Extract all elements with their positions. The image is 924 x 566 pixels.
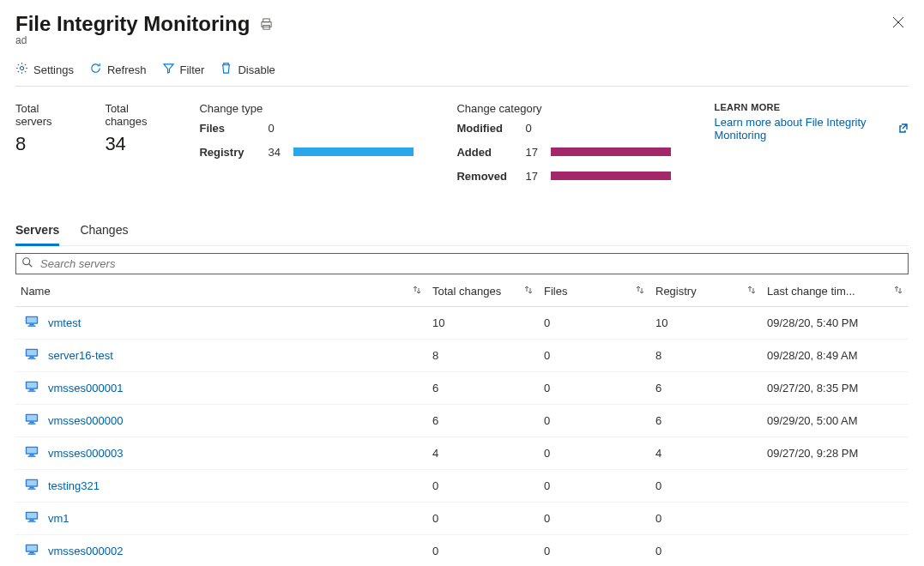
search-box[interactable] — [15, 253, 909, 274]
gear-icon — [15, 62, 28, 77]
svg-rect-10 — [29, 324, 33, 326]
cell-time — [762, 470, 909, 503]
refresh-label: Refresh — [107, 63, 147, 76]
table-row[interactable]: testing321000 — [15, 470, 909, 503]
server-name-link[interactable]: vmtest — [48, 316, 81, 329]
svg-point-5 — [20, 66, 23, 69]
sort-icon — [523, 285, 534, 298]
page-title: File Integrity Monitoring — [15, 12, 273, 36]
table-row[interactable]: vmsses00000160609/27/20, 8:35 PM — [15, 372, 909, 405]
metric-value: 0 — [525, 122, 551, 135]
col-header-registry[interactable]: Registry — [650, 276, 762, 307]
table-row[interactable]: vmsses00000340409/27/20, 9:28 PM — [15, 437, 909, 470]
svg-rect-14 — [29, 357, 33, 358]
cell-total: 6 — [427, 405, 539, 437]
cell-time: 09/28/20, 8:49 AM — [762, 340, 909, 372]
svg-rect-22 — [29, 422, 33, 424]
svg-rect-31 — [28, 489, 36, 490]
col-header-time[interactable]: Last change tim... — [762, 276, 909, 307]
tab-servers[interactable]: Servers — [15, 218, 59, 246]
metric-row: Removed17 — [456, 168, 679, 184]
cell-total: 0 — [427, 535, 539, 567]
change-category-block: Change category Modified0Added17Removed1… — [456, 102, 679, 192]
vm-icon — [24, 444, 39, 462]
metric-value: 0 — [268, 122, 293, 135]
cell-files: 0 — [539, 470, 650, 503]
stat-label: Total changes — [105, 102, 165, 128]
cell-files: 0 — [539, 307, 650, 340]
metric-row: Added17 — [456, 144, 679, 160]
disable-button[interactable]: Disable — [220, 62, 275, 77]
tab-changes[interactable]: Changes — [80, 218, 128, 245]
metric-bar — [551, 123, 671, 132]
learn-more-header: LEARN MORE — [714, 102, 909, 112]
cell-registry: 4 — [650, 437, 762, 470]
server-name-link[interactable]: server16-test — [48, 349, 113, 362]
svg-rect-17 — [27, 382, 37, 388]
sort-icon — [893, 285, 903, 298]
cell-registry: 0 — [650, 470, 762, 503]
svg-rect-33 — [27, 513, 37, 518]
svg-rect-21 — [27, 415, 37, 420]
metric-name: Files — [199, 122, 268, 135]
col-header-name[interactable]: Name — [15, 276, 427, 307]
refresh-button[interactable]: Refresh — [89, 62, 147, 77]
vm-icon — [24, 412, 39, 430]
settings-button[interactable]: Settings — [15, 62, 74, 77]
search-input[interactable] — [39, 256, 903, 271]
svg-rect-0 — [263, 19, 270, 22]
filter-button[interactable]: Filter — [162, 62, 205, 77]
col-header-files[interactable]: Files — [539, 276, 650, 307]
cell-total: 0 — [427, 503, 539, 535]
svg-rect-25 — [27, 448, 37, 453]
vm-icon — [24, 542, 39, 560]
search-icon — [21, 256, 33, 271]
print-icon[interactable] — [260, 12, 273, 36]
sort-icon — [635, 285, 645, 298]
cell-registry: 8 — [650, 340, 762, 372]
cell-total: 10 — [427, 307, 539, 340]
server-name-link[interactable]: vm1 — [48, 512, 69, 525]
cell-registry: 6 — [650, 405, 762, 437]
table-row[interactable]: vmtest1001009/28/20, 5:40 PM — [15, 307, 909, 340]
learn-more-link[interactable]: Learn more about File Integrity Monitori… — [714, 116, 909, 142]
server-name-link[interactable]: vmsses000001 — [48, 382, 123, 394]
stat-value: 8 — [15, 133, 70, 155]
svg-rect-34 — [29, 520, 33, 521]
svg-rect-11 — [28, 326, 36, 327]
table-row[interactable]: vm1000 — [15, 503, 909, 535]
filter-label: Filter — [180, 63, 205, 76]
change-type-header: Change type — [199, 102, 422, 115]
metric-bar — [551, 148, 671, 156]
trash-icon — [220, 62, 233, 77]
cell-time: 09/27/20, 8:35 PM — [762, 372, 909, 405]
metric-bar — [293, 148, 414, 156]
metric-value: 34 — [268, 146, 293, 159]
stat-total-changes: Total changes 34 — [105, 102, 165, 192]
refresh-icon — [89, 62, 102, 77]
svg-rect-29 — [27, 480, 37, 485]
stat-value: 34 — [105, 133, 165, 155]
table-row[interactable]: vmsses00000060609/29/20, 5:00 AM — [15, 405, 909, 437]
svg-rect-26 — [29, 455, 33, 456]
cell-time — [762, 535, 909, 567]
svg-rect-13 — [27, 350, 37, 355]
stat-total-servers: Total servers 8 — [15, 102, 70, 192]
change-category-header: Change category — [456, 102, 679, 115]
metric-name: Modified — [456, 122, 525, 135]
metric-value: 17 — [525, 170, 551, 183]
cell-registry: 6 — [650, 372, 762, 405]
cell-time: 09/27/20, 9:28 PM — [762, 437, 909, 470]
col-header-total[interactable]: Total changes — [427, 276, 539, 307]
sort-icon — [746, 285, 757, 298]
table-row[interactable]: server16-test80809/28/20, 8:49 AM — [15, 340, 909, 372]
close-button[interactable] — [888, 12, 909, 35]
svg-rect-30 — [29, 487, 33, 489]
server-name-link[interactable]: vmsses000003 — [48, 447, 123, 460]
table-row[interactable]: vmsses000002000 — [15, 535, 909, 567]
metric-name: Added — [456, 146, 525, 159]
stat-label: Total servers — [15, 102, 70, 128]
server-name-link[interactable]: vmsses000000 — [48, 414, 123, 427]
server-name-link[interactable]: testing321 — [48, 479, 100, 492]
server-name-link[interactable]: vmsses000002 — [48, 545, 123, 557]
